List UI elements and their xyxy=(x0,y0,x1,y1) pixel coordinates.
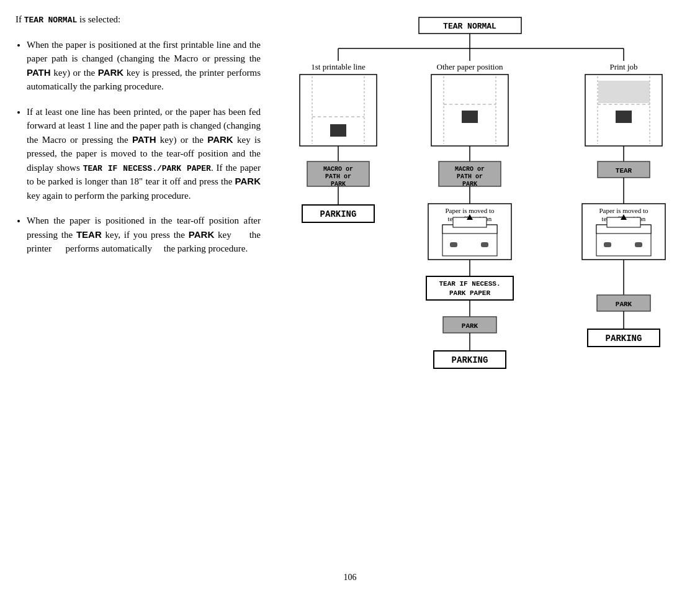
key-park-4: PARK xyxy=(189,229,214,240)
bullet-list: When the paper is positioned at the firs… xyxy=(16,38,261,256)
svg-text:PATH or: PATH or xyxy=(325,173,351,180)
col3-result: PARKING xyxy=(606,334,642,343)
col3-park-key: PARK xyxy=(616,301,632,308)
top-label: TEAR NORMAL xyxy=(443,22,496,31)
bullet-3: When the paper is positioned in the tear… xyxy=(27,214,261,256)
heading: If TEAR NORMAL is selected: xyxy=(16,12,261,27)
col2-move-label: Paper is moved to xyxy=(445,207,495,214)
bullet-1: When the paper is positioned at the firs… xyxy=(27,38,261,94)
col1-key: MACRO or xyxy=(323,166,353,173)
svg-text:PARK PAPER: PARK PAPER xyxy=(449,289,490,297)
display-msg: TEAR IF NECESS./PARK PAPER xyxy=(83,164,211,173)
right-column: TEAR NORMAL 1st printable line xyxy=(267,12,695,571)
key-tear-3: TEAR xyxy=(76,229,102,240)
svg-rect-46 xyxy=(598,81,650,103)
key-park-2: PARK xyxy=(207,134,233,145)
page-number: 106 xyxy=(344,573,357,583)
bullet-2: If at least one line has been printed, o… xyxy=(27,105,261,203)
left-column: If TEAR NORMAL is selected: When the pap… xyxy=(6,12,267,571)
flow-diagram: TEAR NORMAL 1st printable line xyxy=(270,12,692,565)
col3-tear-key: TEAR xyxy=(616,167,632,175)
col2-result: PARKING xyxy=(452,355,488,365)
col2-park-key: PARK xyxy=(462,322,478,330)
svg-rect-47 xyxy=(616,111,632,123)
svg-rect-10 xyxy=(330,124,346,137)
key-park-1: PARK xyxy=(98,67,123,78)
col1-header: 1st printable line xyxy=(311,62,366,71)
keyword-normal: NORMAL xyxy=(48,16,77,25)
col3-move-label: Paper is moved to xyxy=(599,207,648,214)
key-path-2: PATH xyxy=(132,134,156,145)
col2-key: MACRO or xyxy=(455,166,485,173)
keyword-tear: TEAR xyxy=(24,16,43,25)
svg-rect-58 xyxy=(635,242,642,247)
svg-rect-21 xyxy=(462,111,478,123)
key-park-3: PARK xyxy=(235,176,261,186)
col1-result: PARKING xyxy=(320,209,357,219)
svg-rect-57 xyxy=(604,242,611,247)
key-path-1: PATH xyxy=(27,67,51,78)
svg-text:PATH or: PATH or xyxy=(457,173,483,180)
col2-header: Other paper position xyxy=(437,62,503,71)
col3-header: Print job xyxy=(609,62,637,71)
svg-rect-17 xyxy=(431,75,508,146)
svg-rect-33 xyxy=(450,242,457,247)
svg-rect-34 xyxy=(481,242,488,247)
col2-tear-label: TEAR IF NECESS. xyxy=(439,280,500,288)
